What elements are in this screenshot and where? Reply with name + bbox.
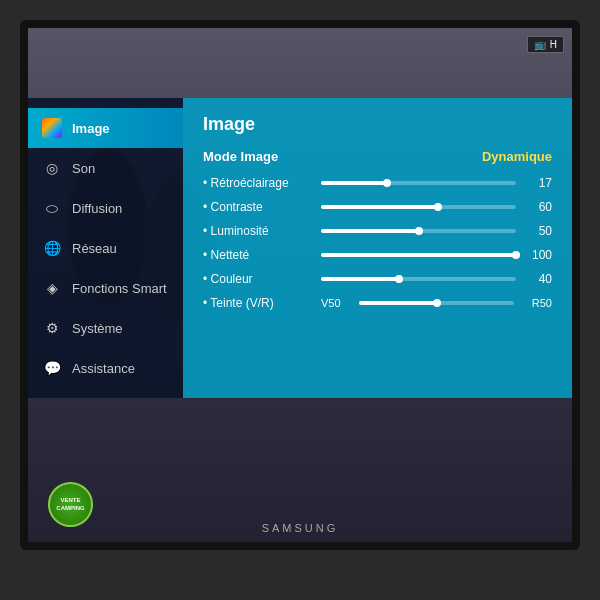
mode-image-row: Mode Image Dynamique [203, 149, 552, 164]
systeme-icon: ⚙ [42, 318, 62, 338]
luminosite-slider[interactable] [321, 229, 516, 233]
tv-screen: 📺 H Image ◎ Son ⬭ Diff [28, 28, 572, 542]
nettete-label: Netteté [203, 248, 313, 262]
contraste-fill [321, 205, 438, 209]
son-icon: ◎ [42, 158, 62, 178]
teinte-fill [359, 301, 437, 305]
menu-item-image[interactable]: Image [28, 108, 183, 148]
fonctions-smart-icon: ◈ [42, 278, 62, 298]
menu-item-assistance[interactable]: 💬 Assistance [28, 348, 183, 388]
menu-item-diffusion[interactable]: ⬭ Diffusion [28, 188, 183, 228]
teinte-slider[interactable] [359, 301, 514, 305]
diffusion-icon: ⬭ [42, 198, 62, 218]
osd-overlay: Image ◎ Son ⬭ Diffusion 🌐 Réseau [28, 78, 572, 532]
menu-item-son[interactable]: ◎ Son [28, 148, 183, 188]
nettete-fill [321, 253, 516, 257]
menu-label-fonctions-smart: Fonctions Smart [72, 281, 167, 296]
content-panel: Image Mode Image Dynamique Rétroéclairag… [183, 98, 572, 398]
couleur-label: Couleur [203, 272, 313, 286]
retroeclairage-fill [321, 181, 387, 185]
menu-item-systeme[interactable]: ⚙ Système [28, 308, 183, 348]
teinte-row: Teinte (V/R) V50 R50 [203, 296, 552, 310]
image-icon [42, 118, 62, 138]
nettete-row: Netteté 100 [203, 248, 552, 262]
luminosite-value: 50 [524, 224, 552, 238]
retroeclairage-label: Rétroéclairage [203, 176, 313, 190]
mode-label: Mode Image [203, 149, 278, 164]
channel-icon: 📺 [534, 39, 546, 50]
badge-line1: VENTE [60, 497, 80, 504]
samsung-logo: SAMSUNG [262, 522, 339, 534]
couleur-slider[interactable] [321, 277, 516, 281]
menu-label-son: Son [72, 161, 95, 176]
menu-item-fonctions-smart[interactable]: ◈ Fonctions Smart [28, 268, 183, 308]
mode-value: Dynamique [482, 149, 552, 164]
retroeclairage-value: 17 [524, 176, 552, 190]
couleur-fill [321, 277, 399, 281]
contraste-slider[interactable] [321, 205, 516, 209]
sidebar-menu: Image ◎ Son ⬭ Diffusion 🌐 Réseau [28, 98, 183, 398]
tv-background: 📺 H Image ◎ Son ⬭ Diff [0, 0, 600, 600]
retroeclairage-row: Rétroéclairage 17 [203, 176, 552, 190]
menu-label-assistance: Assistance [72, 361, 135, 376]
contraste-row: Contraste 60 [203, 200, 552, 214]
couleur-row: Couleur 40 [203, 272, 552, 286]
tv-bezel: 📺 H Image ◎ Son ⬭ Diff [20, 20, 580, 550]
badge-line2: CAMPING [56, 505, 84, 512]
teinte-left-label: V50 [321, 297, 351, 309]
luminosite-row: Luminosité 50 [203, 224, 552, 238]
reseau-icon: 🌐 [42, 238, 62, 258]
menu-label-image: Image [72, 121, 110, 136]
couleur-value: 40 [524, 272, 552, 286]
assistance-icon: 💬 [42, 358, 62, 378]
channel-badge: 📺 H [527, 36, 564, 53]
teinte-label: Teinte (V/R) [203, 296, 313, 310]
retroeclairage-slider[interactable] [321, 181, 516, 185]
teinte-right-label: R50 [522, 297, 552, 309]
panel-title: Image [203, 114, 552, 135]
menu-label-reseau: Réseau [72, 241, 117, 256]
contraste-label: Contraste [203, 200, 313, 214]
menu-label-diffusion: Diffusion [72, 201, 122, 216]
camping-badge: VENTE CAMPING [48, 482, 93, 527]
channel-label: H [550, 39, 557, 50]
nettete-slider[interactable] [321, 253, 516, 257]
menu-item-reseau[interactable]: 🌐 Réseau [28, 228, 183, 268]
luminosite-fill [321, 229, 419, 233]
nettete-value: 100 [524, 248, 552, 262]
menu-label-systeme: Système [72, 321, 123, 336]
luminosite-label: Luminosité [203, 224, 313, 238]
contraste-value: 60 [524, 200, 552, 214]
